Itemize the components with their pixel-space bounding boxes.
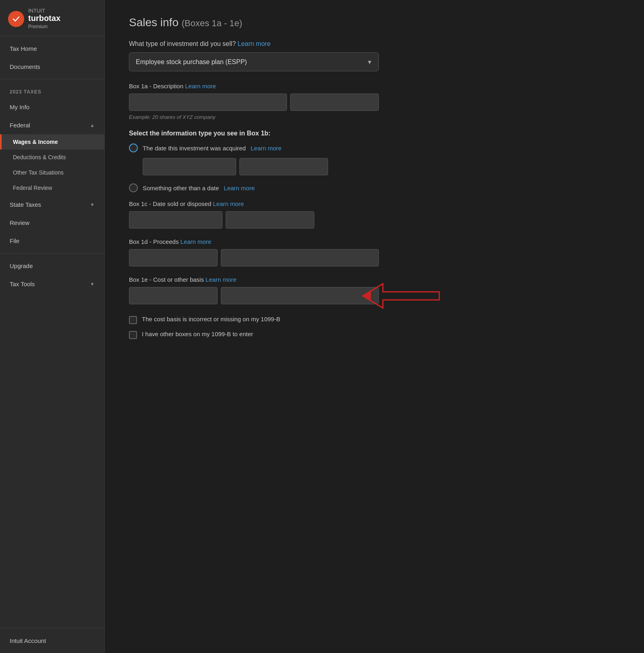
cost-basis-label: The cost basis is incorrect or missing o… (142, 316, 280, 322)
box1b-other-label: Something other than a date (143, 185, 219, 191)
box1e-secondary-input[interactable] (221, 287, 379, 304)
state-taxes-label: State Taxes (10, 201, 41, 208)
sidebar-item-other-tax-situations[interactable]: Other Tax Situations (0, 165, 104, 180)
sidebar-item-federal[interactable]: Federal ▲ (0, 116, 104, 134)
logo-icon (8, 11, 24, 27)
sidebar-item-upgrade[interactable]: Upgrade (0, 257, 104, 275)
box1b-date-acquired-radio[interactable] (129, 143, 138, 152)
box1b-acquired-date-input-2[interactable] (239, 158, 328, 175)
product-tier: Premium (28, 24, 60, 29)
sidebar-footer: Intuit Account (0, 628, 104, 653)
sidebar-item-tax-tools[interactable]: Tax Tools ▼ (0, 275, 104, 293)
page-title-text: Sales info (129, 16, 179, 29)
box1e-annotation-container (129, 287, 379, 304)
box1a-description-input[interactable] (129, 94, 287, 111)
box1d-label: Box 1d - Proceeds Learn more (129, 238, 620, 245)
sidebar-item-deductions-credits[interactable]: Deductions & Credits (0, 150, 104, 165)
box1a-learn-more[interactable]: Learn more (185, 83, 216, 89)
box1b-date-acquired-inputs (143, 158, 328, 175)
other-boxes-label: I have other boxes on my 1099-B to enter (142, 331, 253, 337)
box1e-input-row (129, 287, 379, 304)
brand-name: INTUIT (28, 8, 60, 13)
box1d-learn-more[interactable]: Learn more (181, 238, 212, 245)
box1b-date-acquired-label: The date this investment was acquired (143, 145, 246, 152)
box1e-learn-more[interactable]: Learn more (206, 276, 237, 283)
sidebar-item-review[interactable]: Review (0, 214, 104, 232)
box1c-date-input[interactable] (129, 211, 222, 229)
sidebar-item-intuit-account[interactable]: Intuit Account (0, 632, 104, 650)
other-boxes-checkbox-option[interactable]: I have other boxes on my 1099-B to enter (129, 331, 620, 339)
main-content: Sales info (Boxes 1a - 1e) What type of … (105, 0, 644, 653)
box1e-amount-input[interactable] (129, 287, 218, 304)
box1d-amount-input[interactable] (129, 249, 218, 266)
logo-text: INTUIT turbotax Premium (28, 8, 60, 29)
tax-tools-label: Tax Tools (10, 281, 35, 287)
investment-type-select[interactable]: Stocks Bonds Mutual funds Employee stock… (129, 52, 379, 71)
sidebar-item-tax-home[interactable]: Tax Home (0, 40, 104, 58)
box1b-date-acquired-learn-more[interactable]: Learn more (251, 145, 282, 152)
other-boxes-checkbox[interactable] (129, 331, 137, 339)
nav-divider-2 (0, 253, 104, 254)
box1d-input-row (129, 249, 379, 266)
box1d-secondary-input[interactable] (221, 249, 379, 266)
sidebar-navigation: Tax Home Documents 2023 TAXES My Info Fe… (0, 36, 104, 628)
sidebar-item-wages-income[interactable]: Wages & Income (0, 134, 104, 150)
investment-type-learn-more[interactable]: Learn more (237, 40, 270, 47)
box1a-hint: Example: 20 shares of XYZ company (129, 114, 620, 120)
tax-tools-chevron-icon: ▼ (90, 281, 95, 287)
box1b-other-learn-more[interactable]: Learn more (224, 185, 255, 191)
box1b-acquired-date-input[interactable] (143, 158, 236, 175)
section-2023-label: 2023 TAXES (0, 83, 104, 98)
box1e-label: Box 1e - Cost or other basis Learn more (129, 276, 620, 283)
sidebar-item-file[interactable]: File (0, 232, 104, 250)
cost-basis-checkbox[interactable] (129, 316, 137, 324)
federal-label: Federal (10, 122, 30, 129)
box1c-learn-more[interactable]: Learn more (213, 200, 244, 207)
box1b-other-option[interactable]: Something other than a date Learn more (129, 183, 620, 192)
box1b-radio-group: The date this investment was acquired Le… (129, 143, 620, 192)
product-name: turbotax (28, 13, 60, 23)
box1b-date-acquired-option[interactable]: The date this investment was acquired Le… (129, 143, 620, 152)
box1c-label: Box 1c - Date sold or disposed Learn mor… (129, 200, 620, 207)
sidebar: INTUIT turbotax Premium Tax Home Documen… (0, 0, 105, 653)
box1a-secondary-input[interactable] (290, 94, 379, 111)
sidebar-item-state-taxes[interactable]: State Taxes ▼ (0, 195, 104, 214)
sidebar-item-my-info[interactable]: My Info (0, 98, 104, 116)
federal-chevron-up-icon: ▲ (90, 123, 95, 128)
box1a-input-row (129, 94, 379, 111)
nav-divider-1 (0, 79, 104, 79)
box1a-label: Box 1a - Description Learn more (129, 83, 620, 89)
logo-area: INTUIT turbotax Premium (0, 0, 104, 36)
box1c-input-row (129, 211, 314, 229)
cost-basis-checkbox-option[interactable]: The cost basis is incorrect or missing o… (129, 316, 620, 324)
investment-type-question: What type of investment did you sell? Le… (129, 40, 620, 48)
page-title-parens: (Boxes 1a - 1e) (182, 18, 242, 28)
sidebar-item-federal-review[interactable]: Federal Review (0, 180, 104, 195)
box1b-other-radio[interactable] (129, 183, 138, 192)
investment-type-dropdown-wrapper: Stocks Bonds Mutual funds Employee stock… (129, 52, 379, 71)
page-title: Sales info (Boxes 1a - 1e) (129, 16, 620, 29)
box1b-subsection-title: Select the information type you see in B… (129, 130, 620, 137)
box1c-date-input-2[interactable] (226, 211, 314, 229)
state-taxes-chevron-icon: ▼ (90, 202, 95, 208)
sidebar-item-documents[interactable]: Documents (0, 58, 104, 76)
